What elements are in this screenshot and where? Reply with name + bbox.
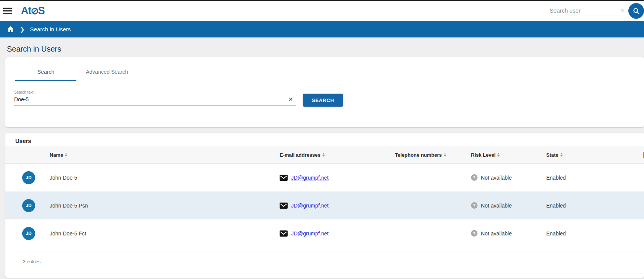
logo-text: At [21,5,31,17]
search-submit-button[interactable] [628,3,644,19]
column-header-state[interactable]: State [546,152,643,158]
avatar: JD [22,199,35,212]
clear-search-icon[interactable]: ✕ [620,8,625,13]
envelope-icon [280,175,288,181]
logo-slashed-o: ⊘ [31,5,39,16]
sort-icon [322,153,325,157]
user-name: John Doe-5 Fct [50,230,280,237]
sort-icon [444,153,446,157]
home-icon[interactable] [6,25,15,33]
risk-level: Not available [481,230,512,237]
user-state: Enabled [546,175,643,181]
tab-bar: Search Advanced Search [5,57,644,81]
search-button[interactable]: SEARCH [303,94,343,107]
page-title: Search in Users [7,45,644,54]
sort-icon [560,153,563,157]
user-name: John Doe-5 Psn [50,203,280,209]
email-link[interactable]: JD@grumpf.net [291,230,328,237]
clear-field-icon[interactable]: ✕ [288,96,293,102]
tab-search[interactable]: Search [15,69,76,81]
magnifier-icon [633,7,640,15]
avatar: JD [22,227,35,240]
envelope-icon [280,203,288,209]
entries-count: 3 entries [5,253,644,264]
topbar-search: ✕ [549,3,644,19]
search-text-input[interactable] [14,94,296,105]
breadcrumb: ❯ Search in Users [0,21,644,37]
table-row[interactable]: JD John Doe-5 Psn JD@grumpf.net ? Not av… [5,191,644,219]
sort-icon [497,153,500,157]
breadcrumb-current: Search in Users [30,26,71,32]
email-link[interactable]: JD@grumpf.net [291,203,328,209]
topbar: At⊘S ✕ [0,1,644,21]
column-header-risk-level[interactable]: Risk Level [471,152,546,158]
column-header-name[interactable]: Name [50,152,280,158]
main-content: Search in Users Search Advanced Search S… [0,45,644,278]
user-name: John Doe-5 [50,175,280,181]
table-header: Name E-mail addresses Telephone numbers … [5,146,644,164]
email-link[interactable]: JD@grumpf.net [291,175,328,181]
hamburger-menu-icon[interactable] [3,5,15,17]
user-state: Enabled [546,203,643,209]
column-header-email[interactable]: E-mail addresses [280,152,395,158]
risk-unknown-icon: ? [471,174,477,181]
table-body: JD John Doe-5 JD@grumpf.net ? Not availa… [5,164,644,247]
user-search-input[interactable] [549,6,626,16]
atos-logo: At⊘S [21,5,44,17]
users-card: Users Name E-mail addresses Telephone nu… [5,133,644,278]
table-row[interactable]: JD John Doe-5 Fct JD@grumpf.net ? Not av… [5,219,644,247]
breadcrumb-chevron-icon: ❯ [20,26,25,33]
sort-icon [65,153,67,157]
column-header-telephone[interactable]: Telephone numbers [395,152,471,158]
envelope-icon [280,230,288,237]
risk-unknown-icon: ? [471,202,477,209]
search-card: Search Advanced Search Search text ✕ SEA… [5,57,644,127]
risk-level: Not available [481,203,512,209]
risk-level: Not available [481,175,512,181]
risk-unknown-icon: ? [471,230,477,237]
user-state: Enabled [546,230,643,237]
table-row[interactable]: JD John Doe-5 JD@grumpf.net ? Not availa… [5,164,644,191]
logo-text: S [38,5,44,17]
avatar: JD [22,171,35,184]
users-heading: Users [5,133,644,146]
search-text-label: Search text [14,90,296,94]
tab-advanced-search[interactable]: Advanced Search [76,69,138,81]
